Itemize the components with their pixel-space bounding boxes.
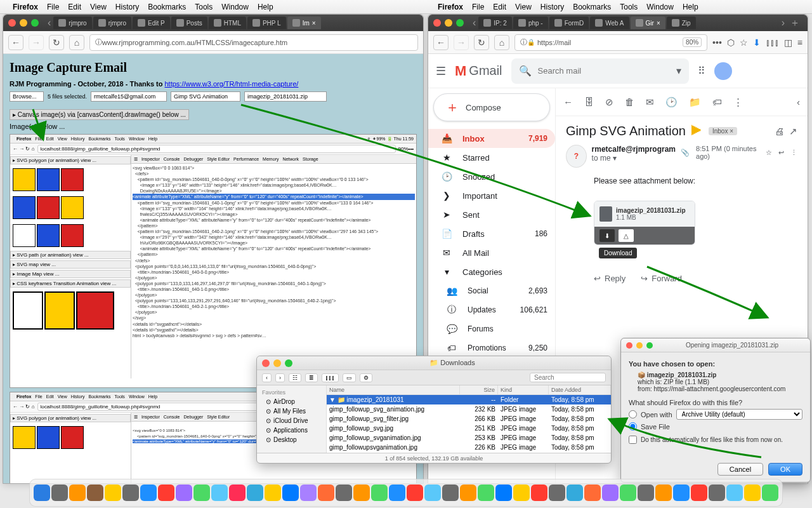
prev-icon[interactable]: ‹ xyxy=(797,97,800,107)
url-bar[interactable]: ⓘ 🔒https://mail80% xyxy=(514,34,707,51)
menu-item[interactable]: Help xyxy=(683,3,698,11)
finder-back[interactable]: ‹ xyxy=(262,373,272,382)
sidebar-item-important[interactable]: ❯Important xyxy=(428,186,555,205)
open-with-select[interactable]: Archive Utility (default) xyxy=(676,409,802,420)
hamburger-icon[interactable]: ☰ xyxy=(436,64,446,78)
important-marker-icon[interactable]: ⯈ xyxy=(691,124,704,138)
browser-tab[interactable]: IP: 2 xyxy=(478,17,512,29)
shield-icon[interactable]: ⬡ xyxy=(727,37,735,48)
email-field[interactable] xyxy=(91,91,167,102)
reply-icon[interactable]: ↩ xyxy=(778,149,784,157)
dock-app-icon[interactable] xyxy=(495,485,512,501)
to-label[interactable]: to me ▾ xyxy=(592,154,676,163)
dock-app-icon[interactable] xyxy=(371,485,388,501)
inbox-label[interactable]: Inbox × xyxy=(709,127,737,135)
delete-icon[interactable]: 🗑 xyxy=(625,97,634,107)
mail-icon[interactable]: ✉ xyxy=(646,97,654,108)
library-icon[interactable]: ⫿⫿⫿ xyxy=(766,37,779,48)
label-icon[interactable]: 🏷 xyxy=(712,97,722,107)
menu-item[interactable]: Edit xyxy=(493,3,506,11)
finder-sidebar-item[interactable]: ⊙AirDrop xyxy=(257,397,326,406)
popout-icon[interactable]: ↗ xyxy=(789,126,797,137)
auto-checkbox[interactable] xyxy=(629,436,637,444)
snooze-icon[interactable]: 🕑 xyxy=(665,97,678,108)
dock-app-icon[interactable] xyxy=(105,485,121,501)
back-button[interactable]: ← xyxy=(433,35,449,50)
finder-row[interactable]: gimp_followup_svganimation.jpg253 KBJPEG… xyxy=(327,433,611,443)
dock-app-icon[interactable] xyxy=(424,485,441,501)
zipname-field[interactable] xyxy=(244,91,327,102)
home-button[interactable]: ⌂ xyxy=(69,35,84,50)
sidebar-item-inbox[interactable]: 📥Inbox7,919 xyxy=(428,129,555,148)
url-bar[interactable]: ⓘ www.rjmprogramming.com.au/HTMLCSS/imag… xyxy=(89,34,418,51)
print-icon[interactable]: 🖨 xyxy=(775,126,784,137)
menu-item[interactable]: File xyxy=(47,3,59,11)
menu-item[interactable]: History xyxy=(115,3,139,11)
dock-app-icon[interactable] xyxy=(513,485,530,501)
finder-row[interactable]: gimp_followup_svg_animation.jpg232 KBJPE… xyxy=(327,404,611,414)
forward-button[interactable]: ↪Forward xyxy=(641,274,682,283)
new-tab-button[interactable]: ＋ xyxy=(787,17,802,30)
finder-row[interactable]: gimp_followup_svg.jpg251 KBJPEG imageTod… xyxy=(327,424,611,433)
back-arrow-icon[interactable]: ← xyxy=(563,97,573,107)
search-input[interactable] xyxy=(538,66,670,76)
dock-app-icon[interactable] xyxy=(300,485,317,501)
menu-item[interactable]: Help xyxy=(258,3,273,11)
dock-app-icon[interactable] xyxy=(602,485,619,501)
finder-search[interactable] xyxy=(530,373,606,382)
more-icon[interactable]: ⋮ xyxy=(733,97,743,108)
dock-app-icon[interactable] xyxy=(620,485,636,501)
menu-item[interactable]: Window xyxy=(646,3,674,11)
menu-item[interactable]: Window xyxy=(221,3,249,11)
browser-tab[interactable]: Posts xyxy=(171,17,207,29)
dock-app-icon[interactable] xyxy=(176,485,192,501)
finder-fwd[interactable]: › xyxy=(275,373,285,382)
browser-tab[interactable]: HTML xyxy=(209,17,246,29)
finder-row[interactable]: gimp_followup_svg_filter.jpg266 KBJPEG i… xyxy=(327,414,611,424)
dock-app-icon[interactable] xyxy=(51,485,68,501)
browse-button[interactable] xyxy=(10,91,44,102)
dock-app-icon[interactable] xyxy=(407,485,423,501)
finder-row[interactable]: gimp_followupsvganimation.jpg226 KBJPEG … xyxy=(327,443,611,452)
sidebar-item-updates[interactable]: ⓘUpdates106,621 xyxy=(428,300,555,319)
dock-app-icon[interactable] xyxy=(460,485,476,501)
mac-dock[interactable] xyxy=(29,479,783,507)
finder-arrange[interactable]: ⚙ xyxy=(360,373,372,382)
menu-item[interactable]: Tools xyxy=(620,3,638,11)
save-drive-button[interactable]: △ xyxy=(619,229,634,242)
ok-button[interactable]: OK xyxy=(768,463,802,476)
finder-view-icon[interactable]: ☷ xyxy=(289,373,301,382)
home-button[interactable]: ⌂ xyxy=(494,35,509,50)
back-button[interactable]: ← xyxy=(8,35,23,50)
dock-app-icon[interactable] xyxy=(158,485,174,501)
dock-app-icon[interactable] xyxy=(122,485,139,501)
reload-button[interactable]: ↻ xyxy=(49,35,64,50)
dock-app-icon[interactable] xyxy=(531,485,547,501)
menubar-app-name[interactable]: Firefox xyxy=(438,3,463,11)
browser-tab[interactable]: Web A xyxy=(590,17,629,29)
browser-tab[interactable]: Im× xyxy=(287,17,321,29)
menu-item[interactable]: File xyxy=(472,3,484,11)
finder-view-gallery[interactable]: ▭ xyxy=(343,373,356,382)
reload-button[interactable]: ↻ xyxy=(474,35,489,50)
sidebar-item-drafts[interactable]: 📄Drafts186 xyxy=(428,224,555,243)
finder-view-col[interactable]: ⫿⫿⫿ xyxy=(322,373,339,382)
dock-app-icon[interactable] xyxy=(282,485,299,501)
finder-row[interactable]: ▼ 📁 imagezip_20181031--FolderToday, 8:58… xyxy=(327,395,611,404)
menu-icon[interactable]: ≡ xyxy=(797,37,802,48)
star-icon[interactable]: ☆ xyxy=(766,149,772,157)
search-bar[interactable]: 🔍 ▾ xyxy=(511,58,689,84)
browser-tab[interactable]: Gir× xyxy=(631,17,665,29)
dock-app-icon[interactable] xyxy=(744,485,761,501)
sidebar-item-sent[interactable]: ➤Sent xyxy=(428,205,555,224)
dock-app-icon[interactable] xyxy=(762,485,778,501)
save-file-radio[interactable] xyxy=(629,422,637,431)
browser-tab[interactable]: rjmpro xyxy=(93,17,131,29)
browser-tab[interactable]: PHP L xyxy=(247,17,286,29)
apps-icon[interactable]: ⠿ xyxy=(698,65,705,77)
sidebar-item-forums[interactable]: 💬Forums xyxy=(428,319,555,338)
account-icon[interactable] xyxy=(714,62,732,80)
compose-button[interactable]: ＋ Compose xyxy=(433,93,550,121)
browser-tab[interactable]: rjmpro xyxy=(53,17,91,29)
dock-app-icon[interactable] xyxy=(389,485,405,501)
